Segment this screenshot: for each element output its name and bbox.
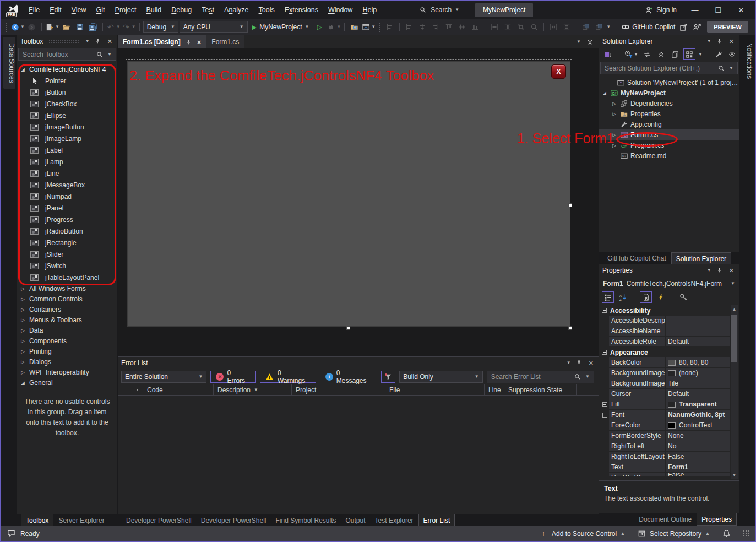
menu-project[interactable]: Project	[110, 3, 142, 17]
error-column-line[interactable]: Line	[485, 384, 504, 395]
property-value[interactable]	[666, 326, 730, 336]
align-middles-button[interactable]	[416, 20, 428, 34]
toolbox-item-jnumpad[interactable]: jNumpad	[17, 191, 117, 202]
vertical-spacing-button[interactable]	[561, 20, 573, 34]
active-filter-button[interactable]	[381, 371, 395, 383]
messages-toggle-button[interactable]: i0 Messages	[320, 371, 377, 383]
error-column-suppression-state[interactable]: Suppression State	[504, 384, 577, 395]
property-value[interactable]: False	[666, 452, 730, 462]
search-control[interactable]: Search ▼	[415, 3, 463, 17]
tree-node-dependencies[interactable]: ▷Dependencies	[599, 98, 739, 109]
tree-node-app-config[interactable]: App.config	[599, 119, 739, 129]
bottom-tab-test-explorer[interactable]: Test Explorer	[371, 514, 418, 527]
toolbox-item-jbutton[interactable]: jButton	[17, 86, 117, 98]
toolbox-item-jlamp[interactable]: jLamp	[17, 156, 117, 167]
toolbox-group-common-controls[interactable]: ▷Common Controls	[17, 294, 117, 304]
design-surface[interactable]: X	[118, 48, 599, 356]
property-row-accessiblerole[interactable]: AccessibleRoleDefault	[600, 337, 730, 346]
switch-views-button[interactable]	[602, 48, 613, 60]
navigate-back-button[interactable]: ▼	[10, 20, 25, 34]
bottom-tab-find-symbol-results[interactable]: Find Symbol Results	[271, 514, 340, 527]
menu-help[interactable]: Help	[357, 3, 382, 17]
property-row-font[interactable]: FontNanumGothic, 8pt	[600, 410, 730, 420]
align-tops-button[interactable]	[443, 20, 455, 34]
property-value[interactable]: Default	[666, 337, 730, 346]
make-same-width-button[interactable]	[488, 20, 501, 34]
explorer-tab-github-copilot-chat[interactable]: GitHub Copilot Chat	[603, 252, 671, 264]
error-column-project[interactable]: Project	[292, 384, 385, 395]
toolbox-item-jlabel[interactable]: jLabel	[17, 144, 117, 156]
menu-git[interactable]: Git	[91, 3, 110, 17]
property-row-righttoleft[interactable]: RightToLeftNo	[600, 441, 730, 451]
data-sources-tab[interactable]: Data Sources	[3, 37, 15, 89]
properties-view-button[interactable]	[640, 291, 652, 303]
find-in-files-button[interactable]	[348, 20, 360, 34]
menu-file[interactable]: File	[24, 3, 45, 17]
property-row-formborderstyle[interactable]: FormBorderStyleNone	[600, 431, 730, 441]
properties-shortcut-button[interactable]	[713, 48, 724, 60]
resize-handle-bottom[interactable]	[346, 326, 350, 330]
property-row-backgroundimagel[interactable]: BackgroundImagelTile	[600, 378, 730, 388]
menu-analyze[interactable]: Analyze	[219, 3, 253, 17]
feedback-bubble-icon[interactable]	[7, 529, 15, 538]
property-row-backgroundimage[interactable]: BackgroundImage(none)	[600, 368, 730, 378]
resize-grip[interactable]	[743, 530, 749, 536]
pin-icon[interactable]	[715, 38, 724, 45]
toolbox-item-jcheckbox[interactable]: jCheckBox	[17, 98, 117, 110]
toolbox-group-menus-toolbars[interactable]: ▷Menus & Toolbars	[17, 315, 117, 325]
property-value[interactable]: 80, 80, 80	[666, 357, 730, 367]
align-centers-h-button[interactable]	[456, 20, 468, 34]
properties-tab-properties[interactable]: Properties	[697, 513, 737, 526]
live-visual-tree-button[interactable]: ▼	[361, 20, 376, 34]
bottom-tab-developer-powershell-2[interactable]: Developer PowerShell	[197, 514, 271, 527]
horizontal-spacing-button[interactable]	[547, 20, 559, 34]
property-row-usewaitcursor[interactable]: UseWaitCursorFalse	[600, 473, 730, 476]
toolbox-item-jslider[interactable]: jSlider	[17, 248, 117, 260]
error-column-severity[interactable]	[118, 384, 132, 395]
property-value[interactable]: Tile	[666, 378, 730, 388]
tree-node-solution-mynewproject-1-of-1-project[interactable]: Solution 'MyNewProject' (1 of 1 project)	[599, 77, 739, 88]
window-position-icon[interactable]: ▼	[707, 39, 711, 44]
save-all-button[interactable]	[87, 20, 99, 34]
toolbox-group-general[interactable]: ◢General	[17, 377, 117, 388]
expand-box-icon[interactable]	[602, 413, 607, 418]
chevron-down-icon[interactable]: ▼	[698, 52, 703, 57]
error-column-code[interactable]: Code	[143, 384, 214, 395]
toolbox-item-jline[interactable]: jLine	[17, 167, 117, 179]
collapsed-arrow-icon[interactable]: ▷	[611, 132, 617, 138]
warnings-toggle-button[interactable]: 0 Warnings	[260, 371, 316, 383]
expanded-arrow-icon[interactable]: ◢	[601, 90, 607, 96]
categorized-button[interactable]	[602, 291, 614, 303]
toolbox-item-jimagebutton[interactable]: jImageButton	[17, 121, 117, 133]
tree-node-program-cs[interactable]: ▷C#Program.cs	[599, 140, 739, 150]
resize-handle-corner[interactable]	[568, 326, 572, 330]
property-value[interactable]: No	[666, 441, 730, 451]
pin-icon[interactable]	[184, 37, 193, 46]
solution-search-input[interactable]: Search Solution Explorer (Ctrl+;) ▼	[600, 62, 738, 74]
solution-configuration-select[interactable]: Debug▼	[143, 21, 178, 33]
events-button[interactable]	[655, 291, 666, 303]
error-column-file[interactable]: File	[385, 384, 485, 395]
expand-box-icon[interactable]	[602, 402, 607, 407]
hot-reload-button[interactable]: ▼	[327, 20, 341, 34]
new-project-button[interactable]: ▼	[45, 20, 59, 34]
open-file-button[interactable]	[61, 20, 73, 34]
toolbar-drag-handle[interactable]	[378, 22, 381, 32]
collapse-box-icon[interactable]	[602, 308, 607, 313]
show-all-files-button[interactable]	[683, 48, 695, 60]
toolbox-item-jrectangle[interactable]: jRectangle	[17, 237, 117, 248]
property-value[interactable]: None	[666, 431, 730, 441]
designed-form[interactable]: X	[128, 62, 570, 326]
align-bottoms-button[interactable]	[469, 20, 481, 34]
property-pages-button[interactable]	[678, 291, 689, 303]
property-row-accessiblename[interactable]: AccessibleName	[600, 326, 730, 336]
preview-features-button[interactable]: PREVIEW	[707, 21, 748, 33]
bring-to-front-button[interactable]	[580, 20, 592, 34]
toolbox-group-wpf-interoperability[interactable]: ▷WPF Interoperability	[17, 367, 117, 377]
properties-scrollbar[interactable]: ▲ ▼	[731, 305, 738, 479]
form-close-button[interactable]: X	[551, 64, 566, 79]
undo-button[interactable]: ↶▼	[106, 20, 121, 34]
window-position-icon[interactable]: ▼	[85, 39, 90, 44]
properties-tab-document-outline[interactable]: Document Outline	[634, 513, 696, 525]
save-button[interactable]	[74, 20, 86, 34]
